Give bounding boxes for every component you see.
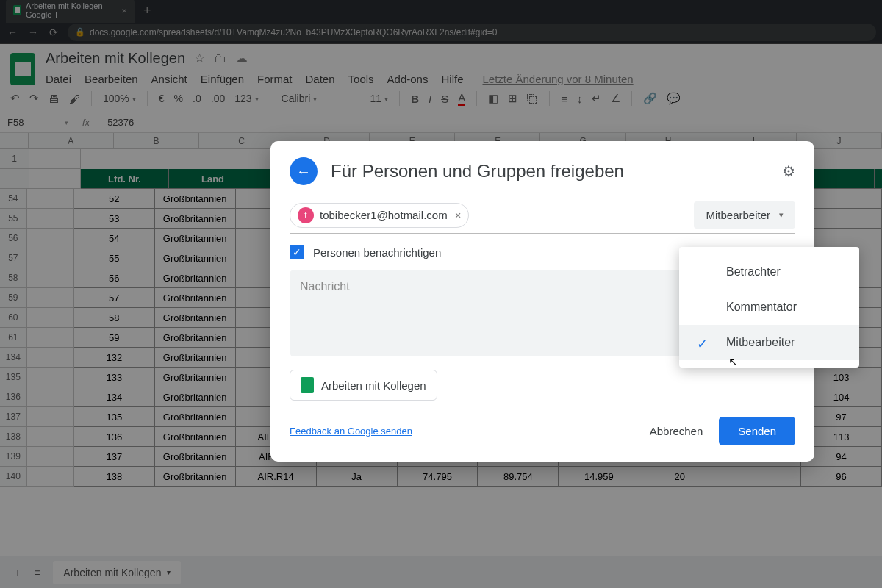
remove-chip-icon[interactable]: × <box>455 209 462 221</box>
role-dropdown[interactable]: Mitbearbeiter <box>694 201 795 229</box>
send-button[interactable]: Senden <box>719 417 795 445</box>
role-option-mitbearbeiter[interactable]: Mitbearbeiter <box>679 325 859 360</box>
notify-label: Personen benachrichtigen <box>313 246 441 259</box>
gear-icon[interactable]: ⚙ <box>782 162 795 180</box>
recipient-chip[interactable]: t tobibecker1@hotmail.com × <box>290 203 469 228</box>
role-option-betrachter[interactable]: Betrachter <box>679 254 859 290</box>
role-option-kommentator[interactable]: Kommentator <box>679 290 859 325</box>
notify-checkbox[interactable]: ✓ <box>290 245 304 259</box>
cancel-button[interactable]: Abbrechen <box>644 417 709 445</box>
sheets-icon <box>301 377 314 393</box>
dialog-title: Für Personen und Gruppen freigeben <box>331 161 769 182</box>
avatar: t <box>298 207 314 223</box>
feedback-link[interactable]: Feedback an Google senden <box>290 426 412 437</box>
attachment-chip[interactable]: Arbeiten mit Kollegen <box>290 370 437 401</box>
chip-email: tobibecker1@hotmail.com <box>320 209 448 221</box>
role-menu: BetrachterKommentatorMitbearbeiter <box>679 247 859 368</box>
dialog-back-button[interactable]: ← <box>290 157 318 185</box>
